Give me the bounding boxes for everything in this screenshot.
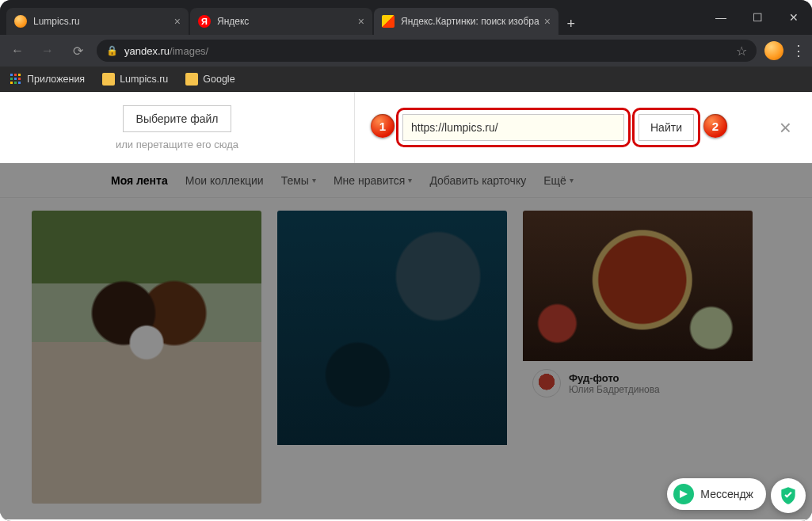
url-host: yandex.ru	[124, 45, 170, 57]
tab-title: Яндекс	[217, 16, 353, 27]
back-button[interactable]: ←	[6, 40, 29, 62]
security-badge[interactable]	[771, 478, 806, 513]
drag-hint: или перетащите его сюда	[116, 139, 238, 150]
svg-rect-7	[14, 82, 17, 84]
choose-file-button[interactable]: Выберите файл	[123, 105, 232, 132]
image-search-panel: Выберите файл или перетащите его сюда 1 …	[0, 92, 812, 163]
favicon-icon	[382, 15, 395, 28]
close-window-button[interactable]: ✕	[776, 0, 812, 35]
bookmark-star-icon[interactable]: ☆	[736, 44, 747, 59]
bookmark-label: Приложения	[27, 74, 85, 85]
browser-window: Lumpics.ru × Я Яндекс × Яндекс.Картинки:…	[0, 0, 812, 521]
close-tab-icon[interactable]: ×	[544, 15, 551, 28]
annotation-badge-2: 2	[703, 114, 727, 138]
svg-rect-1	[14, 74, 17, 76]
messenger-widget[interactable]: Мессендж	[667, 478, 766, 510]
tab-title: Яндекс.Картинки: поиск изобра	[401, 16, 539, 27]
dim-overlay	[0, 163, 812, 519]
url-field[interactable]: 🔒 yandex.ru/images/ ☆	[97, 40, 757, 62]
svg-rect-3	[10, 78, 13, 80]
play-icon	[673, 484, 694, 504]
shield-check-icon	[778, 485, 799, 506]
maximize-button[interactable]: ☐	[739, 0, 776, 35]
minimize-button[interactable]: —	[703, 0, 739, 35]
favicon-icon	[14, 15, 27, 28]
svg-rect-8	[18, 82, 21, 84]
image-url-input[interactable]	[402, 114, 624, 141]
bookmark-item[interactable]: Google	[185, 73, 234, 86]
svg-rect-5	[18, 78, 21, 80]
folder-icon	[102, 73, 115, 86]
menu-button[interactable]: ⋮	[791, 42, 806, 59]
close-tab-icon[interactable]: ×	[174, 15, 181, 28]
favicon-icon: Я	[198, 15, 211, 28]
lock-icon: 🔒	[106, 45, 118, 56]
find-button[interactable]: Найти	[639, 114, 694, 141]
url-search-zone: 1 Найти 2 ×	[355, 92, 812, 163]
file-drop-zone[interactable]: Выберите файл или перетащите его сюда	[0, 92, 355, 163]
window-controls: — ☐ ✕	[703, 0, 812, 35]
svg-rect-6	[10, 82, 13, 84]
browser-tab[interactable]: Я Яндекс ×	[190, 8, 372, 35]
bookmarks-bar: Приложения Lumpics.ru Google	[0, 67, 812, 92]
page-content: Выберите файл или перетащите его сюда 1 …	[0, 92, 812, 521]
titlebar: Lumpics.ru × Я Яндекс × Яндекс.Картинки:…	[0, 0, 812, 35]
svg-rect-2	[18, 74, 21, 76]
bookmark-label: Lumpics.ru	[120, 74, 168, 85]
apps-icon	[10, 73, 22, 86]
svg-rect-4	[14, 78, 17, 80]
annotation-badge-1: 1	[371, 114, 395, 138]
reload-button[interactable]: ⟳	[67, 40, 89, 62]
address-bar: ← → ⟳ 🔒 yandex.ru/images/ ☆ ⋮	[0, 35, 812, 67]
bookmark-item[interactable]: Lumpics.ru	[102, 73, 168, 86]
browser-tab[interactable]: Яндекс.Картинки: поиск изобра ×	[374, 8, 558, 35]
tab-title: Lumpics.ru	[33, 16, 170, 27]
close-panel-button[interactable]: ×	[775, 116, 796, 140]
messenger-label: Мессендж	[700, 488, 753, 500]
underlying-page: Моя лента Мои коллекции Темы▾ Мне нравит…	[0, 163, 812, 519]
tab-strip: Lumpics.ru × Я Яндекс × Яндекс.Картинки:…	[0, 8, 703, 35]
profile-avatar[interactable]	[764, 41, 783, 60]
url-path: /images/	[170, 45, 208, 57]
new-tab-button[interactable]: +	[560, 13, 582, 35]
folder-icon	[185, 73, 198, 86]
forward-button[interactable]: →	[36, 40, 59, 62]
bookmark-label: Google	[203, 74, 234, 85]
close-tab-icon[interactable]: ×	[358, 15, 364, 28]
svg-rect-0	[10, 74, 13, 76]
browser-tab[interactable]: Lumpics.ru ×	[6, 8, 189, 35]
apps-shortcut[interactable]: Приложения	[10, 73, 85, 86]
